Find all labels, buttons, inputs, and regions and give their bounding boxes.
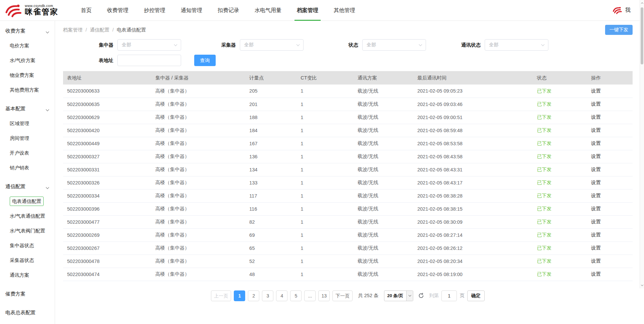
topnav-item-label: 通知管理 — [181, 7, 202, 13]
table-row: 502203000326 高楼（集中器） 133 1 载波/无线 2021-02… — [63, 176, 633, 189]
sidebar-item[interactable]: 电价方案 — [0, 38, 55, 53]
page-number-button[interactable]: 13 — [318, 290, 330, 301]
user-menu[interactable]: 我 — [625, 7, 631, 14]
breadcrumb-comm-config[interactable]: 通信配置 — [90, 27, 109, 33]
page-size-select[interactable]: 20 条/页 — [384, 290, 414, 301]
page-number-button[interactable]: 3 — [262, 290, 273, 301]
scrollbar-up-icon[interactable] — [640, 1, 644, 6]
settings-link[interactable]: 设置 — [591, 154, 601, 159]
scrollbar-thumb[interactable] — [641, 7, 643, 64]
page-number-button[interactable]: 2 — [248, 290, 259, 301]
topnav-item[interactable]: 抄控管理 — [136, 0, 173, 21]
settings-link[interactable]: 设置 — [591, 193, 601, 198]
cell-concentrator-collector: 高楼（集中器） — [151, 150, 245, 163]
next-page-button[interactable]: 下一页 — [332, 290, 353, 301]
cell-metering-point: 167 — [245, 137, 297, 150]
topnav-item[interactable]: 水电气用量 — [247, 0, 289, 21]
topnav-item[interactable]: 档案管理 — [289, 0, 326, 21]
cell-operation: 设置 — [587, 85, 633, 98]
search-button[interactable]: 查询 — [194, 55, 216, 66]
cell-metering-point: 82 — [245, 215, 297, 228]
sidebar-group[interactable]: 通信配置 — [0, 179, 55, 194]
page-size-value: 20 条/页 — [384, 291, 407, 301]
settings-link[interactable]: 设置 — [591, 245, 601, 251]
topnav-item[interactable]: 其他管理 — [326, 0, 363, 21]
cell-meter-address: 502203000396 — [63, 202, 151, 215]
cell-metering-point: 201 — [245, 98, 297, 111]
user-area: 我 — [612, 6, 635, 14]
sidebar-item[interactable]: 集中器状态 — [0, 238, 55, 253]
cell-ct-ratio: 1 — [297, 124, 354, 137]
cell-last-comm-time: 2021-02-05 08:38:28 — [413, 189, 533, 202]
settings-link[interactable]: 设置 — [591, 206, 601, 211]
page-scrollbar[interactable] — [640, 0, 644, 288]
cell-comm-scheme: 载波/无线 — [354, 215, 413, 228]
cell-metering-point: 65 — [245, 241, 297, 255]
page-number-button[interactable]: 4 — [276, 290, 287, 301]
settings-link[interactable]: 设置 — [591, 141, 601, 146]
topnav-item[interactable]: 通知管理 — [173, 0, 210, 21]
sidebar-item-label: 销户销表 — [10, 165, 29, 170]
dispatch-all-button[interactable]: 一键下发 — [605, 25, 633, 35]
cell-comm-scheme: 载波/无线 — [354, 163, 413, 176]
settings-link[interactable]: 设置 — [591, 101, 601, 107]
topnav-item[interactable]: 扣费记录 — [210, 0, 247, 21]
sidebar-item[interactable]: 通讯方案 — [0, 268, 55, 282]
brand-logo[interactable]: www.csyndb.com 咪雀管家 — [5, 3, 68, 18]
sidebar-item[interactable]: 采集器状态 — [0, 253, 55, 268]
cell-meter-address: 502203000633 — [63, 85, 151, 98]
confirm-button[interactable]: 确定 — [467, 290, 485, 301]
settings-link[interactable]: 设置 — [591, 167, 601, 172]
table-row: 502203000478 高楼（集中器） 52 1 载波/无线 2021-02-… — [63, 255, 633, 268]
main-content: 档案管理 / 通信配置 / 电表通信配置 一键下发 集中器 全部 采集器 — [55, 21, 644, 324]
sidebar-group[interactable]: 收费方案 — [0, 23, 55, 38]
sidebar-group[interactable]: 电表总表配置 — [0, 305, 55, 320]
settings-link[interactable]: 设置 — [591, 88, 601, 94]
sidebar-item[interactable]: 销户销表 — [0, 160, 55, 175]
goto-page-input[interactable] — [441, 290, 457, 301]
comm-status-select[interactable]: 全部 — [485, 39, 548, 51]
settings-link[interactable]: 设置 — [591, 258, 601, 264]
settings-link[interactable]: 设置 — [591, 219, 601, 224]
chevron-down-icon — [541, 43, 545, 46]
sidebar-group[interactable]: 基本配置 — [0, 101, 55, 116]
collector-select-value: 全部 — [244, 42, 254, 48]
sidebar-item[interactable]: 房间管理 — [0, 131, 55, 146]
cell-metering-point: 184 — [245, 124, 297, 137]
page-number-button[interactable]: 5 — [290, 290, 302, 301]
cell-last-comm-time: 2021-02-05 08:43:58 — [413, 150, 533, 163]
scrollbar-down-icon[interactable] — [640, 283, 644, 288]
settings-link[interactable]: 设置 — [591, 232, 601, 237]
cell-operation: 设置 — [587, 215, 633, 228]
settings-link[interactable]: 设置 — [591, 271, 601, 277]
table-header-row: 表地址 集中器 / 采集器 计量点 CT变比 通讯方案 最后通讯时间 状态 操作 — [63, 71, 633, 85]
sidebar-item[interactable]: 水/气表通信配置 — [0, 209, 55, 223]
page-number-button[interactable]: ... — [304, 290, 316, 301]
settings-link[interactable]: 设置 — [591, 114, 601, 120]
concentrator-select[interactable]: 全部 — [117, 39, 181, 51]
breadcrumb-archive[interactable]: 档案管理 — [63, 27, 83, 33]
meter-address-input[interactable] — [117, 55, 181, 66]
settings-link[interactable]: 设置 — [591, 180, 601, 185]
settings-link[interactable]: 设置 — [591, 127, 601, 133]
sidebar-item[interactable]: 电表通信配置 — [0, 194, 55, 209]
sidebar-item[interactable]: 水/气价方案 — [0, 53, 55, 68]
page-number-button[interactable]: 1 — [234, 290, 245, 301]
sidebar-group[interactable]: 催费方案 — [0, 286, 55, 301]
prev-page-button[interactable]: 上一页 — [211, 290, 231, 301]
sidebar-item[interactable]: 水/气表阀门配置 — [0, 223, 55, 238]
refresh-icon[interactable] — [418, 292, 424, 299]
cell-concentrator-collector: 高楼（集中器） — [151, 163, 245, 176]
topnav-item[interactable]: 收费管理 — [99, 0, 136, 21]
collector-select[interactable]: 全部 — [240, 39, 304, 51]
sidebar-item[interactable]: 区域管理 — [0, 116, 55, 131]
topnav-item[interactable]: 首页 — [73, 0, 99, 21]
cell-meter-address: 502203000474 — [63, 268, 151, 281]
table-row: 502203000474 高楼（集中器） 48 1 载波/无线 2021-02-… — [63, 268, 633, 281]
status-select[interactable]: 全部 — [362, 39, 426, 51]
cell-meter-address: 502203000327 — [63, 150, 151, 163]
sidebar-item[interactable]: 其他费用方案 — [0, 83, 55, 97]
sidebar-item[interactable]: 开户设表 — [0, 146, 55, 160]
cell-status-badge: 已下发 — [533, 85, 587, 98]
sidebar-item[interactable]: 物业费方案 — [0, 68, 55, 83]
